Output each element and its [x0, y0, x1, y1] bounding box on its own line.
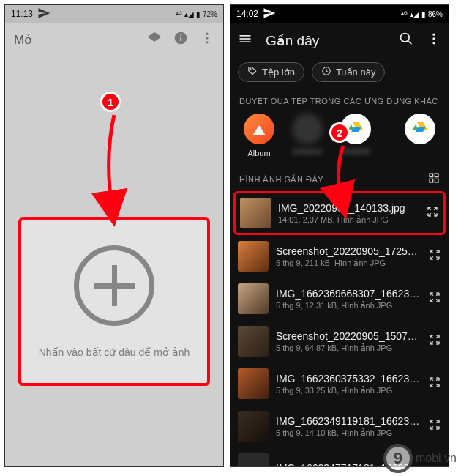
expand-icon[interactable]	[426, 205, 439, 221]
grid-view-icon[interactable]	[428, 172, 440, 187]
phone-right: 14:02 ⁴ᴳ ▴◢ ▮ 86% Gần đây	[230, 4, 449, 467]
svg-rect-7	[240, 38, 251, 40]
svg-rect-19	[435, 179, 438, 182]
svg-rect-2	[180, 34, 181, 36]
file-meta: 5 thg 9, 12,31 kB, Hình ảnh JPG	[276, 301, 421, 310]
history-icon	[321, 66, 331, 78]
svg-rect-8	[240, 41, 251, 42]
file-row[interactable]: Screenshot_20220905_1507… 5 thg 9, 64,87…	[230, 320, 449, 362]
file-row[interactable]: IMG_1662360375332_16623… 5 thg 9, 33,25 …	[230, 362, 449, 405]
file-row[interactable]: Screenshot_20220905_1725… 5 thg 9, 211 k…	[230, 235, 449, 278]
svg-point-9	[401, 34, 410, 42]
filter-chips: Tệp lớn Tuần này	[230, 58, 449, 89]
svg-rect-18	[430, 179, 433, 182]
app-drive-2[interactable]	[400, 114, 440, 144]
tag-icon	[247, 66, 258, 78]
recent-images-label: HÌNH ẢNH GẦN ĐÂY	[239, 175, 323, 185]
svg-point-5	[206, 41, 208, 43]
battery-icon: ▮	[421, 10, 426, 18]
app-album[interactable]: Album	[239, 114, 279, 157]
album-icon	[244, 114, 274, 144]
svg-point-11	[432, 34, 435, 36]
expand-icon[interactable]	[428, 248, 441, 264]
more-icon[interactable]	[427, 31, 441, 49]
file-name: IMG_1662369668307_16623…	[276, 288, 421, 300]
file-list: IMG_20220906_140133.jpg 14:01, 2,07 MB, …	[230, 191, 449, 467]
signal-icon: ▴◢	[184, 10, 194, 18]
chip-this-week[interactable]: Tuần này	[312, 62, 386, 82]
file-meta: 14:01, 2,07 MB, Hình ảnh JPG	[278, 215, 419, 225]
svg-point-13	[432, 42, 435, 44]
callout-2: 2	[329, 122, 350, 143]
svg-rect-6	[240, 35, 251, 37]
topbar: Mở	[5, 23, 223, 56]
open-image-area[interactable]: Nhấn vào bất cứ đâu để mở ảnh	[18, 217, 210, 386]
thumbnail	[238, 241, 269, 272]
svg-rect-1	[180, 37, 181, 41]
expand-icon[interactable]	[428, 291, 441, 307]
arrow-1	[96, 112, 130, 225]
svg-point-3	[206, 33, 208, 35]
page-title: Mở	[14, 32, 31, 48]
blurred-icon	[292, 114, 323, 144]
callout-1: 1	[100, 92, 121, 112]
svg-point-4	[206, 37, 208, 39]
expand-icon[interactable]	[428, 418, 441, 434]
svg-rect-16	[430, 174, 433, 177]
app-label: Album	[247, 149, 270, 157]
file-meta: 5 thg 9, 33,25 kB, Hình ảnh JPG	[276, 386, 421, 395]
menu-icon[interactable]	[238, 31, 252, 49]
expand-icon[interactable]	[428, 333, 441, 349]
file-meta: 5 thg 9, 14,10 kB, Hình ảnh JPG	[276, 428, 421, 438]
svg-point-14	[250, 68, 251, 70]
file-row[interactable]: IMG_1662349119181_16623… 5 thg 9, 14,10 …	[230, 405, 449, 447]
file-name: Screenshot_20220905_1725…	[276, 245, 421, 257]
chip-big-files[interactable]: Tệp lớn	[238, 62, 304, 82]
send-icon	[37, 7, 50, 22]
chip-label: Tệp lớn	[262, 67, 295, 78]
watermark-logo: 9	[383, 444, 413, 473]
file-meta: 5 thg 9, 211 kB, Hình ảnh JPG	[276, 259, 421, 268]
arrow-2	[324, 143, 361, 216]
lte-icon: ⁴ᴳ	[176, 10, 182, 18]
status-battery: 86%	[428, 10, 443, 18]
search-icon[interactable]	[399, 31, 413, 49]
file-name: IMG_1662360375332_16623…	[276, 373, 421, 384]
app-label	[293, 149, 322, 155]
expand-icon[interactable]	[428, 376, 441, 392]
thumbnail	[238, 453, 269, 467]
file-name: IMG_1662349119181_16623…	[276, 415, 421, 427]
watermark-text: mobi.vn	[416, 452, 457, 465]
svg-point-12	[432, 37, 435, 40]
status-bar: 11:13 ⁴ᴳ ▴◢ ▮ 72%	[5, 5, 223, 23]
status-time: 11:13	[11, 9, 33, 19]
open-hint: Nhấn vào bất cứ đâu để mở ảnh	[39, 346, 190, 358]
lte-icon: ⁴ᴳ	[401, 10, 408, 18]
drive-icon	[405, 114, 435, 144]
thumbnail	[238, 326, 269, 357]
status-bar: 14:02 ⁴ᴳ ▴◢ ▮ 86%	[230, 5, 449, 23]
file-meta: 5 thg 9, 64,87 kB, Hình ảnh JPG	[276, 343, 421, 353]
signal-icon: ▴◢	[410, 10, 419, 18]
file-row[interactable]: IMG_1662369668307_16623… 5 thg 9, 12,31 …	[230, 278, 449, 320]
info-icon[interactable]	[173, 31, 188, 48]
status-time: 14:02	[236, 9, 258, 19]
page-title: Gần đây	[266, 32, 386, 49]
thumbnail	[238, 283, 269, 314]
svg-rect-17	[435, 174, 438, 177]
chip-label: Tuần này	[336, 67, 376, 78]
browse-apps-label: DUYỆT QUA TỆP TRONG CÁC ỨNG DỤNG KHÁC	[230, 89, 449, 112]
svg-line-10	[408, 41, 412, 45]
more-icon[interactable]	[200, 31, 214, 48]
thumbnail	[238, 368, 269, 399]
topbar: Gần đây	[230, 23, 449, 58]
plus-icon	[74, 245, 154, 326]
watermark: 9 mobi.vn	[383, 444, 457, 473]
layers-icon[interactable]	[147, 31, 162, 48]
file-name: Screenshot_20220905_1507…	[276, 330, 421, 342]
status-battery: 72%	[203, 10, 217, 18]
phone-left: 11:13 ⁴ᴳ ▴◢ ▮ 72% Mở	[4, 4, 224, 467]
battery-icon: ▮	[196, 10, 200, 18]
thumbnail	[238, 411, 269, 442]
app-blurred[interactable]	[288, 114, 327, 155]
